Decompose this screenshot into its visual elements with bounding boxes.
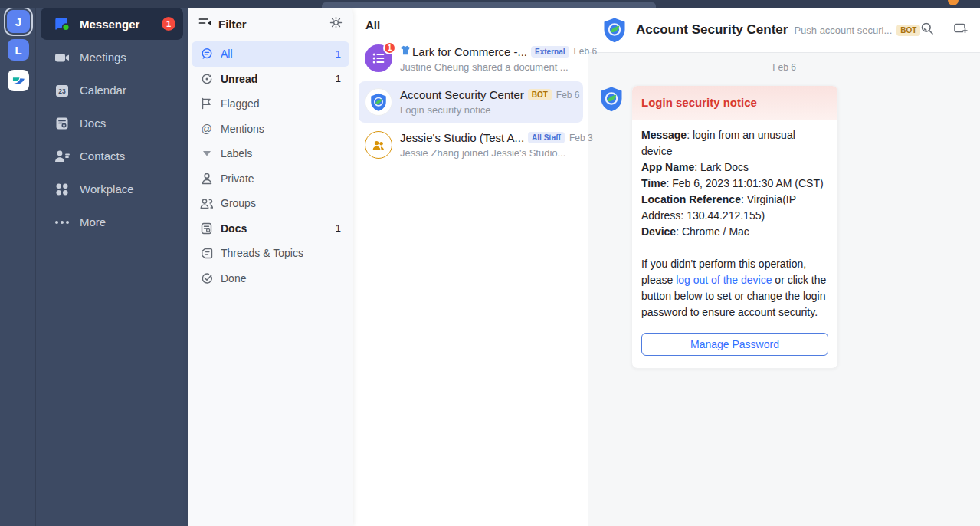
refresh-circle-icon: [200, 72, 213, 85]
conversation-list: All 1 Lark for Commerce -... External Fe…: [353, 8, 588, 526]
manage-password-button[interactable]: Manage Password: [641, 333, 828, 356]
security-shield-avatar: [365, 88, 392, 116]
conversation-preview: Login security notice: [400, 104, 577, 116]
unread-count-badge: 1: [383, 41, 396, 54]
nav-item-contacts[interactable]: Contacts: [36, 140, 188, 173]
field-value: : Chrome / Mac: [676, 225, 749, 238]
conversation-list-header: All: [353, 8, 588, 38]
conversation-jessies-studio[interactable]: Jessie's Studio (Test A... All Staff Feb…: [359, 124, 583, 166]
conversation-title: Lark for Commerce -...: [412, 45, 527, 58]
nav-item-more[interactable]: More: [36, 205, 188, 238]
messenger-unread-badge: 1: [162, 17, 175, 31]
contacts-icon: [54, 149, 70, 164]
filter-label: All: [221, 48, 336, 60]
nav-label: Messenger: [80, 18, 162, 31]
workspace-avatar-l[interactable]: L: [8, 39, 29, 61]
check-circle-icon: [200, 271, 213, 284]
workspace-rail: J L: [0, 8, 36, 526]
person-icon: [200, 172, 213, 185]
chat-description: Push account securi...: [794, 25, 892, 36]
nav-item-workplace[interactable]: Workplace: [36, 173, 188, 205]
window-title-bar: [0, 0, 980, 8]
filter-item-unread[interactable]: Unread 1: [192, 67, 349, 92]
log-out-device-link[interactable]: log out of the device: [676, 274, 772, 286]
triangle-down-icon: [200, 147, 213, 160]
filter-label: Docs: [221, 222, 336, 235]
field-value: : Lark Docs: [694, 161, 749, 173]
filter-label: Flagged: [221, 97, 341, 110]
notice-field-app-name: App Name: Lark Docs: [641, 159, 828, 176]
security-notice-card: Login security notice Message: login fro…: [631, 85, 838, 369]
chat-bubble-icon: [54, 16, 70, 31]
conversation-preview: Justine Cheung shared a document ...: [400, 61, 577, 73]
security-shield-avatar[interactable]: [601, 16, 628, 44]
document-icon: [200, 222, 213, 235]
chat-panel: Account Security Center Push account sec…: [588, 8, 980, 526]
external-badge: External: [531, 46, 569, 58]
tshirt-emoji-icon: [400, 44, 411, 58]
filter-item-flagged[interactable]: Flagged: [192, 91, 349, 117]
search-icon[interactable]: [920, 21, 934, 38]
nav-label: Docs: [80, 117, 177, 130]
notice-field-time: Time: Feb 6, 2023 11:01:30 AM (CST): [641, 176, 828, 192]
conversation-date: Feb 3: [565, 133, 593, 143]
conversation-account-security-center[interactable]: Account Security Center BOT Feb 6 Login …: [359, 81, 583, 123]
filter-label: Private: [221, 173, 341, 185]
nav-item-messenger[interactable]: Messenger 1: [41, 8, 183, 40]
lark-logo-icon[interactable]: [8, 70, 29, 91]
purple-list-avatar: 1: [365, 44, 392, 72]
svg-text:23: 23: [58, 87, 66, 94]
notice-paragraph: If you didn't perform this operation, pl…: [641, 256, 828, 321]
filter-item-labels[interactable]: Labels: [192, 141, 349, 166]
all-staff-badge: All Staff: [528, 132, 565, 143]
conversation-date: Feb 6: [552, 90, 580, 100]
date-separator: Feb 6: [588, 53, 980, 73]
security-shield-avatar[interactable]: [598, 85, 625, 113]
field-label: Message: [641, 129, 687, 141]
field-label: Location Reference: [641, 193, 741, 205]
nav-label: Contacts: [80, 150, 177, 163]
video-camera-icon: [54, 50, 70, 65]
filter-count: 1: [336, 48, 341, 60]
flag-icon: [200, 97, 213, 110]
filter-panel-title: Filter: [218, 18, 329, 31]
people-icon: [200, 197, 213, 210]
chat-bubble-icon: [200, 48, 213, 61]
filter-count: 1: [336, 73, 341, 84]
thread-icon: [200, 247, 213, 260]
field-label: Device: [641, 225, 676, 238]
main-navigation: Messenger 1 Meetings 23 Calendar: [36, 8, 188, 526]
chat-title: Account Security Center: [636, 22, 788, 38]
global-search-bar[interactable]: [322, 2, 656, 8]
filter-item-done[interactable]: Done: [192, 266, 349, 291]
conversation-lark-for-commerce[interactable]: 1 Lark for Commerce -... External Feb 6 …: [359, 38, 583, 80]
orange-group-avatar: [365, 131, 392, 159]
chat-header: Account Security Center Push account sec…: [588, 8, 980, 53]
user-avatar-dot[interactable]: [948, 0, 959, 5]
filter-item-mentions[interactable]: @ Mentions: [192, 117, 349, 142]
filter-item-private[interactable]: Private: [192, 166, 349, 192]
filter-settings-gear-icon[interactable]: [329, 16, 343, 32]
calendar-23-icon: 23: [54, 83, 70, 98]
video-call-add-icon[interactable]: [953, 21, 969, 38]
filter-label: Threads & Topics: [221, 247, 341, 259]
field-label: App Name: [641, 161, 694, 173]
workspace-avatar-j[interactable]: J: [7, 10, 30, 33]
nav-item-calendar[interactable]: 23 Calendar: [36, 74, 188, 107]
docs-icon: [54, 116, 70, 131]
nav-item-meetings[interactable]: Meetings: [36, 41, 188, 74]
filter-item-groups[interactable]: Groups: [192, 191, 349, 216]
filter-item-docs[interactable]: Docs 1: [192, 216, 349, 242]
bot-badge: BOT: [896, 25, 920, 36]
filter-item-all[interactable]: All 1: [192, 41, 349, 67]
filter-item-threads-topics[interactable]: Threads & Topics: [192, 241, 349, 266]
bot-message: Login security notice Message: login fro…: [588, 73, 980, 369]
conversation-date: Feb 6: [569, 46, 598, 57]
notice-field-location: Location Reference: Virginia(IP Address:…: [641, 192, 828, 224]
workplace-grid-icon: [54, 182, 70, 197]
nav-label: Meetings: [80, 51, 177, 64]
nav-item-docs[interactable]: Docs: [36, 107, 188, 140]
security-notice-title: Login security notice: [641, 96, 757, 109]
filter-label: Unread: [221, 73, 336, 85]
conversation-title: Jessie's Studio (Test A...: [400, 131, 524, 144]
